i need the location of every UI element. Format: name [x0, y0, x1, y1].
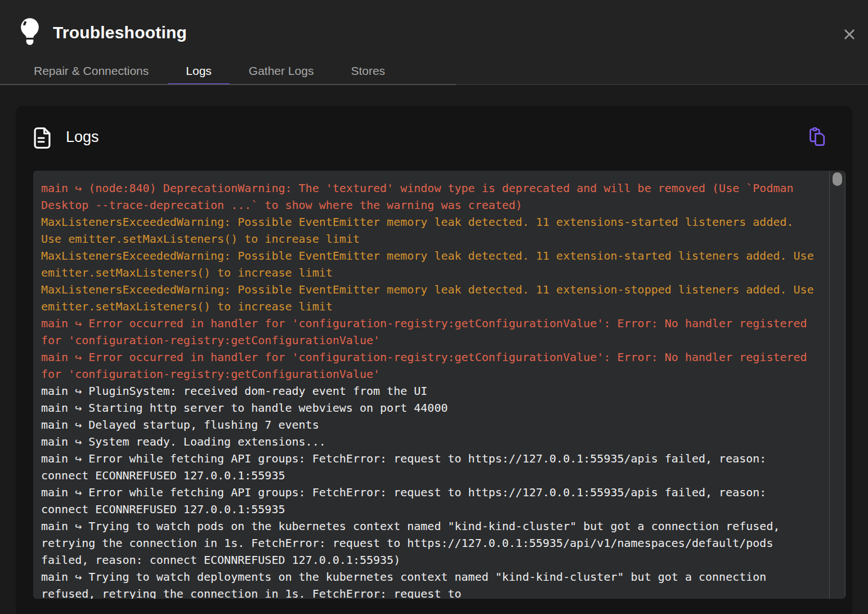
tab-bar: Repair & ConnectionsLogsGather LogsStore…: [15, 56, 404, 85]
log-console[interactable]: main ↪ (node:840) DeprecationWarning: Th…: [33, 171, 845, 599]
tab-repair-connections[interactable]: Repair & Connections: [15, 56, 167, 85]
log-line: emitter.setMaxListeners() to increase li…: [41, 264, 829, 281]
log-line: main ↪ Starting http server to handle we…: [41, 399, 829, 416]
log-text: main ↪ (node:840) DeprecationWarning: Th…: [33, 171, 829, 599]
log-line: MaxListenersExceededWarning: Possible Ev…: [41, 247, 829, 264]
copy-logs-button[interactable]: [806, 126, 829, 149]
log-line: emitter.setMaxListeners() to increase li…: [41, 298, 829, 315]
log-line: main ↪ Error occurred in handler for 'co…: [41, 349, 829, 366]
log-line: main ↪ Error while fetching API groups: …: [41, 450, 829, 467]
log-line: main ↪ Error occurred in handler for 'co…: [41, 315, 829, 332]
tab-logs[interactable]: Logs: [167, 56, 230, 85]
main-area: Logs main ↪ (node:840) DeprecationWarnin…: [0, 85, 868, 614]
document-icon: [33, 127, 51, 149]
log-line: refused, retrying the connection in 1s. …: [41, 585, 829, 599]
log-line: for 'configuration-registry:getConfigura…: [41, 366, 829, 382]
log-line: main ↪ Trying to watch pods on the kuber…: [41, 518, 829, 535]
log-line: connect ECONNREFUSED 127.0.0.1:55935: [41, 467, 829, 484]
dialog-header: Troubleshooting Repair & ConnectionsLogs…: [0, 0, 868, 85]
title-row: Troubleshooting: [0, 0, 868, 56]
tabbar-divider: [0, 84, 456, 85]
log-line: Use emitter.setMaxListeners() to increas…: [41, 230, 829, 247]
scrollbar-thumb[interactable]: [833, 172, 842, 186]
clipboard-copy-icon: [808, 127, 826, 147]
tab-gather-logs[interactable]: Gather Logs: [230, 56, 333, 85]
log-line: Desktop --trace-deprecation ...` to show…: [41, 197, 829, 213]
log-line: main ↪ PluginSystem: received dom-ready …: [41, 382, 829, 399]
logs-card-title: Logs: [66, 128, 99, 146]
log-line: main ↪ System ready. Loading extensions.…: [41, 433, 829, 450]
log-line: for 'configuration-registry:getConfigura…: [41, 332, 829, 349]
log-line: retrying the connection in 1s. FetchErro…: [41, 535, 829, 551]
logs-card-header: Logs: [16, 106, 852, 171]
log-line: main ↪ (node:840) DeprecationWarning: Th…: [41, 180, 829, 197]
log-line: failed, reason: connect ECONNREFUSED 127…: [41, 551, 829, 568]
log-line: connect ECONNREFUSED 127.0.0.1:55935: [41, 501, 829, 518]
logs-card: Logs main ↪ (node:840) DeprecationWarnin…: [16, 106, 852, 614]
lightbulb-icon: [19, 17, 41, 46]
close-icon: [843, 28, 856, 41]
log-line: main ↪ Error while fetching API groups: …: [41, 484, 829, 501]
log-line: main ↪ Trying to watch deployments on th…: [41, 568, 829, 585]
log-line: MaxListenersExceededWarning: Possible Ev…: [41, 281, 829, 298]
tab-stores[interactable]: Stores: [332, 56, 404, 85]
scrollbar-track[interactable]: [829, 171, 845, 599]
page-title: Troubleshooting: [53, 23, 187, 42]
log-line: MaxListenersExceededWarning: Possible Ev…: [41, 213, 829, 230]
log-line: main ↪ Delayed startup, flushing 7 event…: [41, 416, 829, 433]
close-button[interactable]: [840, 25, 859, 44]
